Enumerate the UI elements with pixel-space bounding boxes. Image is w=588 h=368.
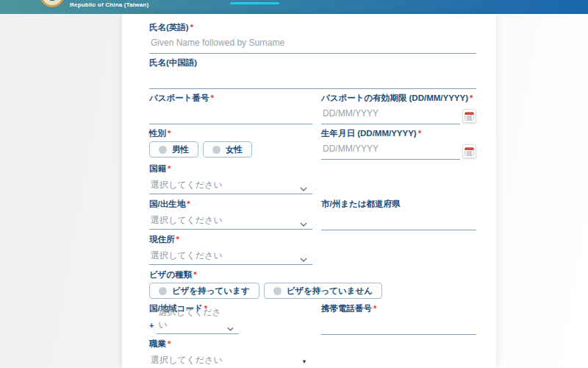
radio-icon bbox=[212, 146, 220, 154]
required-marker: * bbox=[211, 93, 214, 102]
birth-date-input[interactable] bbox=[321, 142, 460, 160]
required-marker: * bbox=[168, 129, 171, 138]
radio-label: 男性 bbox=[172, 144, 189, 155]
select-value: 選択してください bbox=[158, 306, 227, 331]
birth-country-select[interactable]: 選択してください bbox=[149, 212, 312, 230]
select-value: 選択してください bbox=[151, 354, 223, 367]
chevron-down-icon bbox=[300, 187, 307, 191]
required-marker: * bbox=[168, 339, 171, 348]
field-label: パスポートの有効期限 (DD/MM/YYYY)* bbox=[321, 93, 476, 103]
plus-prefix: + bbox=[149, 321, 154, 334]
field-mobile: 携帯電話番号* bbox=[321, 303, 476, 334]
field-gender: 性別* 男性 女性 bbox=[149, 128, 312, 159]
field-birth-date: 生年月日 (DD/MM/YYYY)* bbox=[321, 128, 476, 159]
field-label: 氏名(中国語) bbox=[149, 57, 476, 68]
field-label: ビザの種類* bbox=[149, 269, 476, 280]
radio-icon bbox=[159, 287, 167, 295]
nationality-select[interactable]: 選択してください bbox=[149, 177, 312, 194]
required-marker: * bbox=[187, 199, 190, 208]
chevron-down-icon bbox=[300, 258, 307, 262]
chevron-down-icon bbox=[227, 327, 234, 331]
required-marker: * bbox=[168, 164, 171, 173]
select-value: 選択してください bbox=[151, 250, 223, 262]
field-label: 職業* bbox=[149, 339, 476, 349]
required-marker: * bbox=[190, 23, 193, 32]
birth-city-input[interactable] bbox=[321, 213, 476, 230]
site-title: Republic of China (Taiwan) bbox=[70, 1, 148, 8]
field-passport-expiry: パスポートの有効期限 (DD/MM/YYYY)* bbox=[321, 93, 476, 124]
occupation-select[interactable]: 選択してください ▼ bbox=[149, 352, 312, 368]
calendar-icon[interactable] bbox=[462, 109, 476, 123]
national-emblem-logo bbox=[40, 0, 65, 7]
field-name-chinese: 氏名(中国語) bbox=[149, 57, 476, 88]
field-residence: 現住所* 選択してください bbox=[149, 234, 476, 265]
caret-down-icon: ▼ bbox=[301, 358, 307, 367]
field-label: 国/出生地* bbox=[149, 199, 312, 209]
radio-label: 女性 bbox=[226, 144, 243, 155]
name-chinese-input[interactable] bbox=[149, 71, 476, 89]
gender-female-radio[interactable]: 女性 bbox=[203, 141, 252, 158]
required-marker: * bbox=[418, 129, 421, 138]
visa-none-radio[interactable]: ビザを持っていません bbox=[264, 283, 382, 299]
country-code-select[interactable]: 選択してください bbox=[157, 316, 239, 334]
required-marker: * bbox=[470, 93, 473, 102]
residence-select[interactable]: 選択してください bbox=[149, 247, 312, 265]
field-label: 生年月日 (DD/MM/YYYY)* bbox=[321, 128, 476, 138]
field-label: 氏名(英語)* bbox=[149, 22, 476, 32]
field-label: 性別* bbox=[149, 128, 312, 138]
passport-number-input[interactable] bbox=[149, 107, 312, 124]
required-marker: * bbox=[193, 270, 196, 279]
field-passport-number: パスポート番号* bbox=[149, 93, 312, 124]
select-value: 選択してください bbox=[151, 179, 223, 191]
field-label: 携帯電話番号* bbox=[321, 303, 476, 314]
mobile-phone-input[interactable] bbox=[321, 317, 476, 335]
field-visa-type: ビザの種類* ビザを持っています ビザを持っていません bbox=[149, 269, 476, 299]
active-nav-underline bbox=[230, 2, 279, 4]
field-occupation: 職業* 選択してください ▼ bbox=[149, 339, 476, 368]
radio-icon bbox=[159, 146, 167, 154]
radio-icon bbox=[273, 287, 282, 295]
required-marker: * bbox=[373, 304, 376, 313]
field-label: パスポート番号* bbox=[149, 93, 312, 103]
radio-label: ビザを持っています bbox=[172, 286, 250, 297]
field-country-code: 国/地域コード* + 選択してください bbox=[149, 303, 312, 334]
name-english-input[interactable] bbox=[149, 36, 476, 54]
field-nationality: 国籍* 選択してください bbox=[149, 163, 476, 194]
field-name-english: 氏名(英語)* bbox=[149, 22, 476, 53]
field-birth-city: 市/州または都道府県 bbox=[321, 199, 476, 230]
chevron-down-icon bbox=[300, 222, 307, 227]
field-birth-country: 国/出生地* 選択してください bbox=[149, 199, 312, 230]
radio-label: ビザを持っていません bbox=[287, 286, 373, 297]
application-form-card: 氏名(英語)* 氏名(中国語) パスポート番号* パスポートの有効期限 (DD/… bbox=[122, 14, 496, 368]
field-label: 国籍* bbox=[149, 163, 476, 174]
passport-expiry-input[interactable] bbox=[321, 107, 460, 124]
calendar-icon[interactable] bbox=[462, 144, 476, 158]
required-marker: * bbox=[176, 235, 179, 244]
field-label: 市/州または都道府県 bbox=[321, 199, 476, 209]
visa-have-radio[interactable]: ビザを持っています bbox=[149, 283, 259, 299]
field-label: 現住所* bbox=[149, 234, 476, 244]
site-header: Republic of China (Taiwan) bbox=[0, 0, 588, 14]
gender-male-radio[interactable]: 男性 bbox=[149, 141, 198, 158]
select-value: 選択してください bbox=[151, 214, 223, 227]
